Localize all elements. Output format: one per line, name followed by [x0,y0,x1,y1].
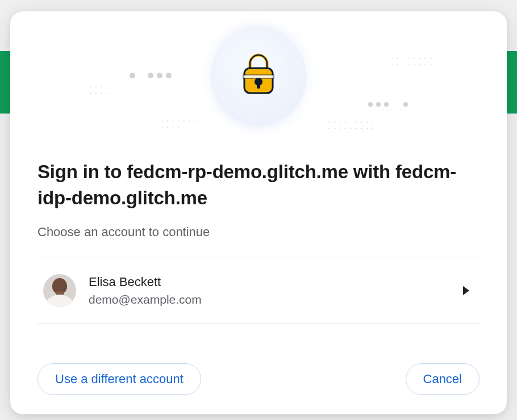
deco-dashes: ········ [89,84,111,96]
deco-dots [403,102,408,107]
deco-dots [368,102,389,107]
svg-rect-4 [257,83,260,89]
account-email: demo@example.com [89,293,451,306]
dialog-title: Sign in to fedcm-rp-demo.glitch.me with … [37,159,480,211]
deco-dashes: ···· ··············· [327,119,382,132]
signin-dialog: ················ ········ ···· ·········… [10,11,507,414]
cancel-button[interactable]: Cancel [406,363,480,395]
account-info: Elisa Beckett demo@example.com [89,275,451,306]
deco-dots [148,73,172,78]
account-name: Elisa Beckett [89,275,451,289]
use-different-account-button[interactable]: Use a different account [37,363,201,395]
hero-illustration: ················ ········ ···· ·········… [37,11,480,142]
deco-dashes: ······· ···· [160,118,198,131]
account-row[interactable]: Elisa Beckett demo@example.com [37,258,480,324]
lock-icon [239,51,278,102]
dialog-footer: Use a different account Cancel [37,337,480,395]
deco-dots [130,73,135,78]
chevron-right-icon [463,286,469,295]
hero-blob [210,28,307,125]
dialog-subtitle: Choose an account to continue [37,225,480,240]
avatar [43,274,76,307]
deco-dashes: ················ [390,56,434,68]
